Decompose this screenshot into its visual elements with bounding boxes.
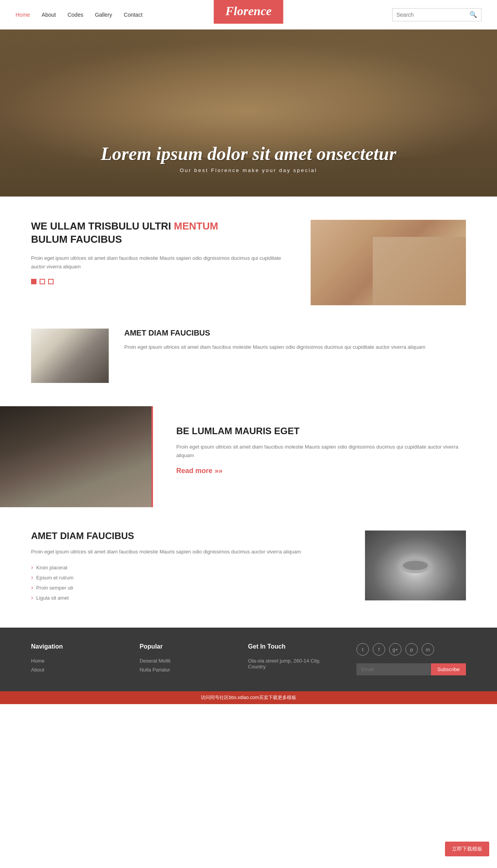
nav-gallery[interactable]: Gallery (95, 12, 112, 18)
list-item-4: Ligula sit amet (31, 594, 342, 601)
subsection-content: AMET DIAM FAUCIBUS Proin eget ipsum ultr… (124, 329, 466, 351)
list-item-2: Epsum et rutrum (31, 574, 342, 581)
dark-section: BE LUMLAM MAURIS EGET Proin eget ipsum u… (0, 406, 497, 507)
section1-left: WE ULLAM TRISBULU ULTRI MENTUM BULUM FAU… (31, 220, 287, 284)
search-input[interactable] (396, 12, 469, 18)
footer-popular-link-1[interactable]: Deserat Mollit (139, 658, 224, 664)
hero-title: Lorem ipsum dolor sit amet onsectetur (101, 143, 396, 164)
dot-2[interactable] (40, 279, 45, 284)
hero-section: Lorem ipsum dolor sit amet onsectetur Ou… (0, 30, 497, 197)
section1-text: Proin eget ipsum ultrices sit amet diam … (31, 254, 287, 271)
footer-subscribe-button[interactable]: Subscribe (431, 663, 466, 675)
footer-nav-heading: Navigation (31, 643, 116, 650)
footer-email-input[interactable] (356, 663, 431, 675)
subsection-image (31, 329, 109, 383)
social-facebook[interactable]: f (373, 643, 385, 656)
nav-about[interactable]: About (42, 12, 56, 18)
social-pinterest[interactable]: p (405, 643, 418, 656)
social-twitter[interactable]: t (356, 643, 369, 656)
dot-1[interactable] (31, 279, 36, 284)
list-item-1: Kroin placerat (31, 564, 342, 571)
social-linkedin[interactable]: in (422, 643, 434, 656)
section2-list: Kroin placerat Epsum et rutrum Proin sem… (31, 564, 342, 601)
list-item-3: Proin semper utr (31, 584, 342, 591)
nav-codes[interactable]: Codes (68, 12, 83, 18)
search-icon[interactable]: 🔍 (469, 11, 477, 18)
nav-contact[interactable]: Contact (124, 12, 142, 18)
dark-section-heading: BE LUMLAM MAURIS EGET (176, 426, 474, 437)
footer-nav-home[interactable]: Home (31, 658, 116, 664)
dark-section-text: Proin eget ipsum ultrices sit amet diam … (176, 443, 474, 460)
section-1: WE ULLAM TRISBULU ULTRI MENTUM BULUM FAU… (0, 197, 497, 329)
slide-dots (31, 279, 287, 284)
logo-box: Florence (214, 0, 283, 24)
footer-social-links: t f g+ p in (356, 643, 466, 656)
main-nav: Home About Codes Gallery Contact (16, 12, 142, 18)
search-box: 🔍 (392, 8, 481, 21)
nav-home[interactable]: Home (16, 12, 30, 18)
logo-text: Florence (225, 4, 271, 18)
subsection: AMET DIAM FAUCIBUS Proin eget ipsum ultr… (0, 329, 497, 406)
footer-contact: Get In Touch Ola-ola street jump, 260-14… (248, 643, 333, 673)
section2-text: Proin eget ipsum ultrices sit amet diam … (31, 548, 342, 556)
dark-section-image (0, 406, 159, 507)
heading-black1: WE ULLAM TRISBULU ULTRI (31, 220, 171, 232)
dot-3[interactable] (48, 279, 54, 284)
footer-contact-address: Ola-ola street jump, 260-14 City, Countr… (248, 658, 333, 670)
footer-email-wrap: Subscribe (356, 663, 466, 675)
footer-popular-heading: Popular (139, 643, 224, 650)
heading-black2: BULUM FAUCIBUS (31, 233, 122, 245)
footer-navigation: Navigation Home About (31, 643, 116, 676)
section-2: AMET DIAM FAUCIBUS Proin eget ipsum ultr… (0, 507, 497, 628)
section1-image (311, 220, 466, 305)
section2-left: AMET DIAM FAUCIBUS Proin eget ipsum ultr… (31, 531, 342, 604)
subsection-heading: AMET DIAM FAUCIBUS (124, 329, 466, 337)
section2-heading: AMET DIAM FAUCIBUS (31, 531, 342, 541)
site-header: Home About Codes Gallery Contact Florenc… (0, 0, 497, 30)
read-more-label: Read more (176, 467, 212, 475)
footer-contact-heading: Get In Touch (248, 643, 333, 650)
social-google[interactable]: g+ (389, 643, 401, 656)
logo-wrapper: Florence (214, 0, 283, 24)
footer-social-col: t f g+ p in Subscribe (356, 643, 466, 675)
read-more-link[interactable]: Read more »» (176, 467, 474, 475)
watermark: 访问同号社区bbs.xdiao.com买卖下载更多模板 (0, 691, 497, 704)
hero-subtitle: Our best Florence make your day special (180, 167, 317, 173)
section1-heading: WE ULLAM TRISBULU ULTRI MENTUM BULUM FAU… (31, 220, 287, 246)
footer-popular: Popular Deserat Mollit Nulla Pariatur (139, 643, 224, 676)
footer-popular-link-2[interactable]: Nulla Pariatur (139, 667, 224, 673)
read-more-icon: »» (215, 467, 222, 475)
footer-nav-about[interactable]: About (31, 667, 116, 673)
site-footer: Navigation Home About Popular Deserat Mo… (0, 628, 497, 691)
subsection-text: Proin eget ipsum ultrices sit amet diam … (124, 343, 466, 351)
heading-red: MENTUM (174, 220, 218, 232)
dark-section-content: BE LUMLAM MAURIS EGET Proin eget ipsum u… (151, 406, 497, 507)
section2-image (365, 531, 466, 600)
